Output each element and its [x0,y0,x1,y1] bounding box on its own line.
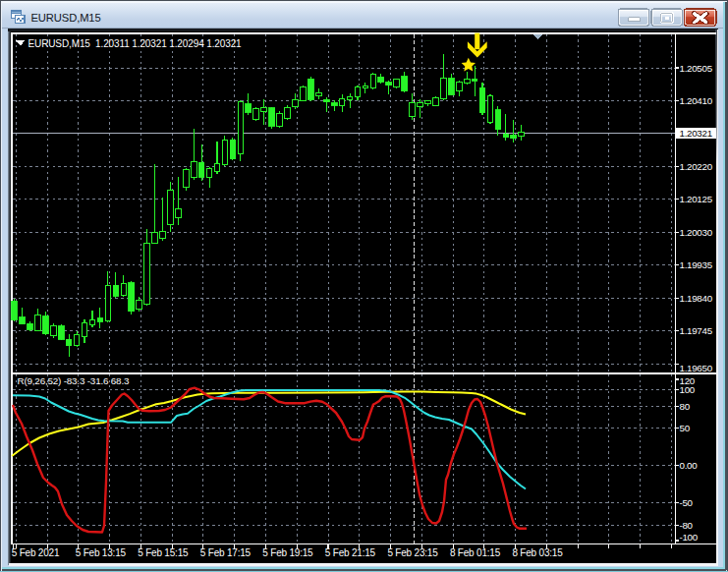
svg-text:-50: -50 [680,497,694,508]
svg-text:50: 50 [680,423,691,433]
svg-text:-100: -100 [680,532,699,543]
svg-text:-80: -80 [680,520,694,531]
svg-text:1.19745: 1.19745 [680,325,713,336]
svg-text:1.19935: 1.19935 [680,259,713,270]
svg-text:5 Feb 13:15: 5 Feb 13:15 [76,547,127,558]
svg-text:5 Feb 21:15: 5 Feb 21:15 [325,547,376,558]
svg-text:1.19650: 1.19650 [680,363,713,373]
svg-text:8 Feb 03:15: 8 Feb 03:15 [512,547,563,558]
svg-text:EURUSD,M15: EURUSD,M15 [31,12,101,24]
svg-text:1.20505: 1.20505 [680,63,713,74]
svg-text:1.20030: 1.20030 [680,227,713,238]
svg-text:5 Feb 17:15: 5 Feb 17:15 [200,547,252,558]
svg-text:100: 100 [680,384,696,395]
svg-text:1.20125: 1.20125 [680,194,713,204]
svg-text:8 Feb 01:15: 8 Feb 01:15 [450,547,501,558]
svg-text:5 Feb 15:15: 5 Feb 15:15 [138,547,189,558]
svg-text:0.00: 0.00 [680,460,699,471]
svg-text:1.20220: 1.20220 [680,161,713,172]
svg-text:5 Feb 2021: 5 Feb 2021 [12,547,60,558]
svg-text:1.20410: 1.20410 [680,95,713,106]
svg-text:EURUSD,M15 1.20311 1.20321 1.: EURUSD,M15 1.20311 1.20321 1.20294 1.203… [28,38,243,49]
svg-text:5 Feb 23:15: 5 Feb 23:15 [387,547,438,558]
svg-text:1.20321: 1.20321 [680,128,712,139]
svg-text:1.19840: 1.19840 [680,293,713,304]
svg-text:80: 80 [680,401,691,412]
svg-text:R(9,26,52) -83.3 -31.6 68.3: R(9,26,52) -83.3 -31.6 68.3 [18,375,130,386]
svg-text:5 Feb 19:15: 5 Feb 19:15 [262,547,313,558]
